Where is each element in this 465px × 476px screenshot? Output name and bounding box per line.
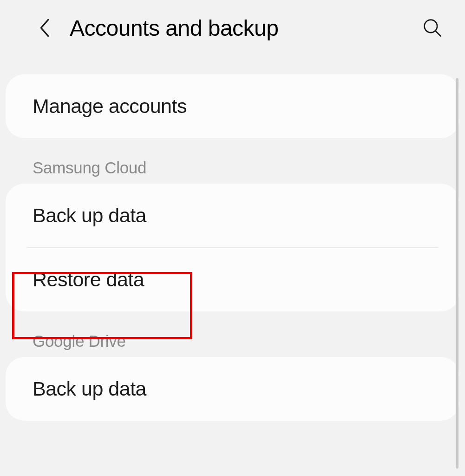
card-manage-accounts: Manage accounts: [6, 74, 459, 138]
chevron-left-icon: [38, 18, 51, 38]
svg-line-1: [435, 31, 440, 36]
manage-accounts-item[interactable]: Manage accounts: [6, 74, 459, 138]
page-title: Accounts and backup: [70, 15, 419, 41]
back-button[interactable]: [33, 16, 56, 40]
samsung-restore-item[interactable]: Restore data: [6, 248, 459, 311]
samsung-backup-item[interactable]: Back up data: [6, 184, 459, 247]
search-icon: [422, 18, 443, 38]
scrollbar[interactable]: [456, 78, 458, 469]
header-bar: Accounts and backup: [0, 0, 465, 60]
google-backup-item[interactable]: Back up data: [6, 357, 459, 421]
card-google-drive: Back up data: [6, 357, 459, 421]
card-samsung-cloud: Back up data Restore data: [6, 184, 459, 311]
search-button[interactable]: [419, 14, 446, 42]
content-area: Manage accounts Samsung Cloud Back up da…: [0, 74, 465, 421]
section-header-samsung-cloud: Samsung Cloud: [6, 138, 459, 184]
section-header-google-drive: Google Drive: [6, 311, 459, 357]
